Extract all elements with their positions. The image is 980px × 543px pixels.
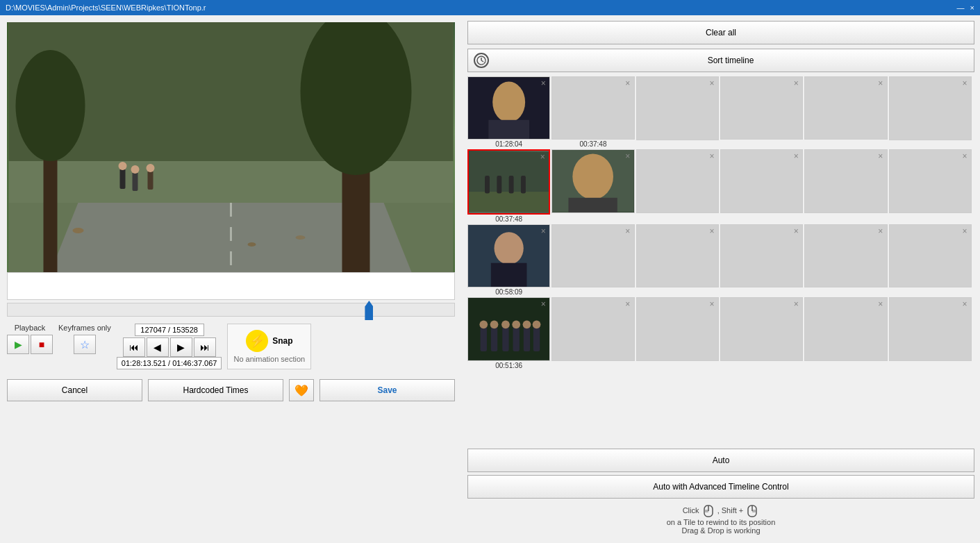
tile[interactable]: ×: [636, 149, 719, 213]
tile-remove-btn[interactable]: ×: [707, 78, 717, 88]
tile-remove-btn[interactable]: ×: [876, 299, 886, 309]
tile-remove-btn[interactable]: ×: [538, 299, 548, 309]
svg-rect-32: [569, 198, 617, 212]
tile-remove-btn[interactable]: ×: [791, 226, 801, 236]
tile-remove-btn[interactable]: ×: [960, 151, 970, 161]
keyframe-star-button[interactable]: ☆: [74, 335, 96, 354]
tile[interactable]: ×: [636, 224, 719, 288]
tile[interactable]: ×: [467, 297, 550, 360]
tile-remove-btn[interactable]: ×: [791, 299, 801, 309]
tile-wrapper: ×00:37:48: [467, 149, 550, 222]
heart-button[interactable]: 🧡: [289, 379, 314, 401]
tile-remove-btn[interactable]: ×: [707, 226, 717, 236]
svg-point-10: [119, 162, 127, 170]
cancel-button[interactable]: Cancel: [7, 379, 142, 401]
tile[interactable]: ×: [889, 76, 972, 140]
tile[interactable]: ×: [720, 76, 803, 140]
tiles-container[interactable]: ×01:28:04×00:37:48×××××00:37:48××××××00:…: [467, 76, 974, 444]
tile[interactable]: ×: [889, 297, 972, 361]
position-group: 127047 / 153528 ⏮ ◀ ▶ ⏭ 01:28:13.521 / 0…: [117, 324, 222, 369]
tile-wrapper: ×: [804, 297, 887, 369]
auto-advanced-button[interactable]: Auto with Advanced Timeline Control: [467, 475, 974, 499]
snap-label: Snap: [272, 336, 292, 346]
forward-fast-button[interactable]: ⏭: [194, 337, 216, 357]
svg-rect-43: [513, 327, 520, 351]
tile[interactable]: ×: [804, 149, 887, 212]
stop-button[interactable]: ■: [31, 335, 53, 354]
tile[interactable]: ×: [551, 76, 634, 140]
tile[interactable]: ×: [720, 149, 803, 212]
tile-wrapper: ×: [889, 297, 972, 369]
tile-remove-btn[interactable]: ×: [960, 78, 970, 88]
tile-remove-btn[interactable]: ×: [623, 226, 633, 236]
svg-rect-28: [509, 176, 514, 194]
click-text: Click , Shift +: [683, 506, 760, 515]
tile[interactable]: ×: [636, 76, 719, 140]
tile[interactable]: ×: [720, 297, 803, 360]
tile-remove-btn[interactable]: ×: [876, 226, 886, 236]
timeline-indicator: [365, 301, 373, 320]
svg-rect-9: [120, 168, 126, 189]
rewind-button[interactable]: ◀: [147, 337, 169, 357]
tile[interactable]: ×: [804, 224, 887, 287]
tile[interactable]: ×: [467, 224, 550, 287]
sort-timeline-label[interactable]: Sort timeline: [493, 56, 968, 65]
svg-point-38: [479, 321, 488, 329]
tile[interactable]: ×: [467, 76, 550, 140]
svg-rect-54: [752, 510, 756, 512]
tile-wrapper: ×01:28:04: [467, 76, 550, 148]
forward-button[interactable]: ▶: [170, 337, 192, 357]
timeline-bar[interactable]: [7, 303, 455, 317]
clear-all-button[interactable]: Clear all: [467, 21, 974, 44]
tile-remove-btn[interactable]: ×: [538, 78, 548, 88]
bottom-area: Auto Auto with Advanced Timeline Control…: [467, 449, 974, 537]
rewind-fast-button[interactable]: ⏮: [123, 337, 145, 357]
time-display: 01:28:13.521 / 01:46:37.067: [117, 357, 222, 369]
tile[interactable]: ×: [551, 149, 634, 212]
tile[interactable]: ×: [467, 149, 550, 214]
auto-button[interactable]: Auto: [467, 449, 974, 472]
close-btn[interactable]: ×: [970, 3, 974, 12]
tile[interactable]: ×: [804, 297, 887, 360]
tile-wrapper: ×: [636, 76, 719, 148]
tile[interactable]: ×: [804, 76, 887, 140]
video-info-bar: [7, 272, 455, 300]
shift-text: , Shift +: [717, 506, 744, 515]
tile[interactable]: ×: [551, 224, 634, 287]
tile-remove-btn[interactable]: ×: [876, 78, 886, 88]
save-button[interactable]: Save: [319, 379, 455, 401]
playback-group: Playback ▶ ■: [7, 324, 53, 354]
tile[interactable]: ×: [889, 224, 972, 288]
tile-remove-btn[interactable]: ×: [876, 151, 886, 161]
tile[interactable]: ×: [720, 224, 803, 287]
title-path: D:\MOVIES\Admin\Projects\SEEN\WEBRipkes\…: [6, 3, 206, 12]
tile-remove-btn[interactable]: ×: [707, 151, 717, 161]
tile-remove-btn[interactable]: ×: [623, 151, 633, 161]
tile[interactable]: ×: [551, 297, 634, 360]
tile-remove-btn[interactable]: ×: [791, 78, 801, 88]
tile-remove-btn[interactable]: ×: [538, 226, 548, 236]
play-button[interactable]: ▶: [7, 335, 29, 354]
svg-rect-11: [133, 172, 138, 191]
tile[interactable]: ×: [636, 297, 719, 361]
mouse-left-icon: [703, 504, 714, 518]
tile-remove-btn[interactable]: ×: [791, 151, 801, 161]
tile-remove-btn[interactable]: ×: [960, 226, 970, 236]
clock-icon[interactable]: [474, 53, 489, 68]
tile[interactable]: ×: [889, 149, 972, 213]
drag-drop-info: Drag & Drop is working: [470, 526, 972, 535]
tile-remove-btn[interactable]: ×: [538, 152, 547, 162]
svg-rect-51: [705, 510, 708, 512]
svg-point-8: [16, 50, 85, 161]
minimize-btn[interactable]: —: [957, 3, 965, 12]
tile-remove-btn[interactable]: ×: [623, 299, 633, 309]
tile-wrapper: ×00:51:36: [467, 297, 550, 369]
tile-remove-btn[interactable]: ×: [960, 299, 970, 309]
svg-point-34: [495, 232, 524, 265]
tile-remove-btn[interactable]: ×: [623, 78, 633, 88]
svg-point-16: [248, 242, 256, 247]
hardcoded-times-button[interactable]: Hardcoded Times: [148, 379, 283, 401]
tile-remove-btn[interactable]: ×: [707, 299, 717, 309]
svg-point-44: [512, 321, 520, 329]
tile-time: 00:51:36: [467, 362, 550, 369]
